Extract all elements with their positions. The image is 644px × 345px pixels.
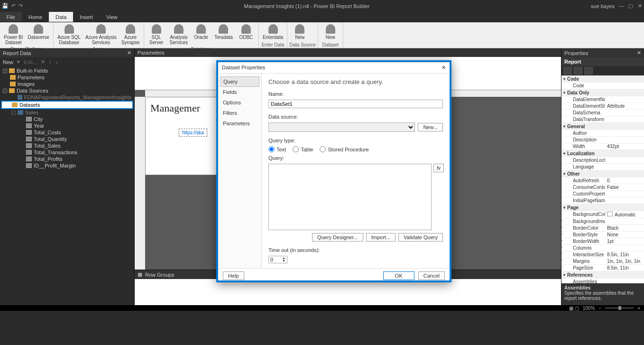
prop-backgroundcolor[interactable]: BackgroundColorAutomatic: [561, 211, 644, 218]
nav-filters[interactable]: Filters: [218, 108, 261, 118]
edit-button[interactable]: Edit...: [24, 59, 37, 65]
prop-pagesize[interactable]: ›PageSize8.5in, 11in: [561, 265, 644, 271]
zoom-out-icon[interactable]: −: [598, 306, 601, 311]
help-button[interactable]: Help: [223, 271, 244, 280]
prop-datatransform[interactable]: DataTransform: [561, 116, 644, 123]
tree-built-in-fields[interactable]: +Built-in Fields: [0, 67, 134, 74]
ribbon-azure[interactable]: AzureSynapse: [120, 23, 142, 46]
row-groups-body[interactable]: [135, 279, 348, 305]
prop-width[interactable]: Width432pt: [561, 143, 644, 150]
prop-interactivesize[interactable]: ›InteractiveSize8.5in, 11in: [561, 252, 644, 258]
tab-insert[interactable]: Insert: [73, 12, 100, 22]
datasource-select[interactable]: [268, 122, 415, 132]
ribbon-azure-sql[interactable]: Azure SQLDatabase: [55, 23, 83, 46]
close-icon[interactable]: ✕: [638, 3, 642, 9]
tree-total-profits[interactable]: Total_Profits: [0, 156, 134, 162]
alphabetical-icon[interactable]: [574, 67, 582, 75]
properties-object[interactable]: Report: [561, 57, 644, 66]
validate-query-button[interactable]: Validate Query: [398, 233, 443, 242]
prop-dataelementnam[interactable]: DataElementNam: [561, 96, 644, 103]
prop-cat-page[interactable]: ▾Page: [561, 204, 644, 211]
ribbon-enterdata[interactable]: Enterdata: [261, 23, 285, 42]
timeout-spinner[interactable]: 0 ▲▼: [268, 256, 287, 263]
import-button[interactable]: Import...: [366, 233, 396, 242]
ok-button[interactable]: OK: [383, 271, 414, 280]
prop-cat-other[interactable]: ▾Other: [561, 170, 644, 177]
query-textarea[interactable]: [268, 164, 432, 230]
prop-author[interactable]: Author: [561, 130, 644, 137]
prop-cat-references[interactable]: ▾References: [561, 271, 644, 279]
prop-dataschema[interactable]: DataSchema: [561, 110, 644, 116]
tree-total-costs[interactable]: Total_Costs: [0, 129, 134, 136]
zoom-in-icon[interactable]: +: [637, 306, 640, 311]
tab-data[interactable]: Data: [49, 12, 73, 22]
view-icons[interactable]: ▦ ▢: [569, 306, 579, 311]
panel-close-icon[interactable]: ✕: [127, 50, 131, 56]
prop-cat-code[interactable]: ▾Code: [561, 75, 644, 83]
new-button[interactable]: New: [3, 59, 13, 65]
dialog-close-icon[interactable]: ✕: [442, 65, 446, 71]
ribbon-odbc[interactable]: ODBC: [236, 23, 257, 46]
tree-datasets[interactable]: Datasets: [1, 101, 133, 109]
tree-images[interactable]: Images: [0, 81, 134, 87]
properties-close-icon[interactable]: ✕: [637, 50, 641, 56]
prop-columns[interactable]: ›Columns: [561, 245, 644, 252]
prop-description[interactable]: Description: [561, 137, 644, 143]
prop-borderstyle[interactable]: ›BorderStyleNone: [561, 232, 644, 238]
nav-parameters[interactable]: Parameters: [218, 118, 261, 129]
tree-sales[interactable]: −Sales: [0, 109, 134, 116]
tree-fdnapaginatedreports-managementinsights[interactable]: FDNAPaginatedReports_ManagementInsights: [0, 94, 134, 101]
delete-icon[interactable]: ✕: [41, 59, 45, 65]
maximize-icon[interactable]: ▢: [628, 3, 633, 9]
nav-query[interactable]: Query: [220, 76, 259, 87]
prop-customproperties[interactable]: CustomProperties: [561, 191, 644, 197]
new-datasource-button[interactable]: New...: [418, 123, 443, 131]
prop-cat-data-only[interactable]: ▾Data Only: [561, 89, 644, 96]
radio-table[interactable]: Table: [293, 146, 313, 152]
tab-home[interactable]: Home: [22, 12, 49, 22]
query-designer-button[interactable]: Query Designer...: [312, 233, 363, 242]
ribbon-analysis[interactable]: AnalysisServices: [168, 23, 190, 46]
prop-assemblies[interactable]: Assemblies: [561, 279, 644, 283]
prop-language[interactable]: Language: [561, 164, 644, 170]
tree-year[interactable]: Year: [0, 122, 134, 129]
down-icon[interactable]: ↓: [55, 59, 58, 65]
radio-sp[interactable]: Stored Procedure: [320, 146, 368, 152]
prop-code[interactable]: Code: [561, 83, 644, 89]
minimize-icon[interactable]: —: [618, 3, 624, 9]
ribbon-azure-analysis[interactable]: Azure AnalysisServices: [83, 23, 119, 46]
prop-borderwidth[interactable]: ›BorderWidth1pt: [561, 238, 644, 245]
prop-initialpagename[interactable]: InitialPageName: [561, 197, 644, 204]
tab-file[interactable]: File: [0, 12, 22, 22]
tree-total-quantity[interactable]: Total_Quantity: [0, 136, 134, 142]
ribbon-teradata[interactable]: Teradata: [212, 23, 235, 46]
prop-margins[interactable]: ›Margins1in, 1in, 1in, 1in: [561, 258, 644, 265]
zoom-slider[interactable]: [605, 308, 634, 308]
ribbon-sql[interactable]: SQLServer: [146, 23, 167, 46]
tab-view[interactable]: View: [100, 12, 124, 22]
prop-autorefresh[interactable]: AutoRefresh0: [561, 177, 644, 184]
radio-text[interactable]: Text: [268, 146, 286, 152]
categorized-icon[interactable]: [563, 67, 572, 75]
report-link[interactable]: https://aka: [179, 129, 207, 137]
prop-bordercolor[interactable]: ›BorderColorBlack: [561, 225, 644, 232]
ribbon-power-bi[interactable]: Power BIDataset: [2, 23, 25, 46]
tree-id-profit-margin[interactable]: ID__Profit_Margin: [0, 162, 134, 169]
tree-parameters[interactable]: Parameters: [0, 74, 134, 81]
up-icon[interactable]: ↑: [49, 59, 52, 65]
fx-button[interactable]: fx: [433, 164, 444, 172]
tree-city[interactable]: City: [0, 116, 134, 122]
cancel-button[interactable]: Cancel: [418, 271, 445, 280]
nav-options[interactable]: Options: [218, 97, 261, 108]
tree-total-transactions[interactable]: Total_Transactions: [0, 149, 134, 156]
tree-total-sales[interactable]: Total_Sales: [0, 142, 134, 149]
ribbon-new[interactable]: New: [320, 23, 341, 42]
prop-cat-localization[interactable]: ▾Localization: [561, 150, 644, 157]
col-groups-body[interactable]: [348, 279, 561, 305]
tree-data-sources[interactable]: −Data Sources: [0, 87, 134, 94]
save-icon[interactable]: 💾: [2, 3, 9, 9]
prop-descriptionlocid[interactable]: DescriptionLocID: [561, 157, 644, 164]
undo-icon[interactable]: ↶: [11, 3, 16, 9]
redo-icon[interactable]: ↷: [18, 3, 23, 9]
name-input[interactable]: [268, 100, 443, 108]
